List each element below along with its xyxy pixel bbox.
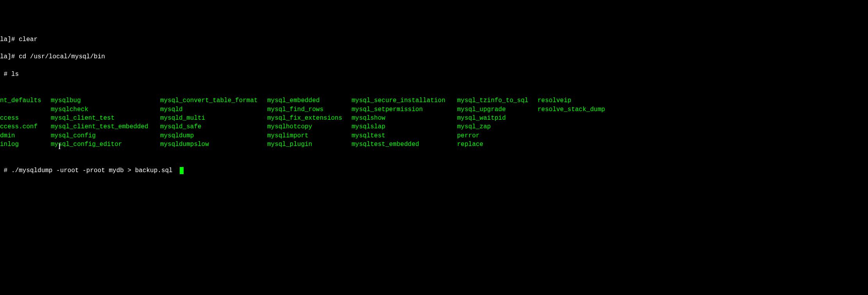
ls-file: mysqlbug bbox=[51, 96, 160, 105]
ls-file: mysql_convert_table_format bbox=[160, 96, 267, 105]
ls-file: nt_defaults bbox=[0, 96, 51, 105]
ls-column-6: resolveip resolve_stack_dump bbox=[538, 96, 616, 149]
ls-file: mysql_fix_extensions bbox=[267, 114, 352, 122]
ls-file: mysqlshow bbox=[352, 114, 457, 122]
ls-output: nt_defaults ccess ccess.conf dmin inlog … bbox=[0, 96, 868, 149]
ls-file: mysql_find_rows bbox=[267, 105, 352, 114]
command-input-text[interactable]: ./mysqldump -uroot -proot mydb > backup.… bbox=[11, 167, 173, 174]
ls-file: mysqldump bbox=[160, 131, 267, 140]
prompt: la]# bbox=[0, 53, 19, 60]
ls-file bbox=[0, 105, 51, 114]
ls-file: mysql_tzinfo_to_sql bbox=[457, 96, 538, 105]
prompt: # bbox=[0, 71, 11, 78]
ls-file: resolve_stack_dump bbox=[538, 105, 616, 114]
ls-column-1: mysqlbug mysqlcheck mysql_client_test my… bbox=[51, 96, 160, 149]
ls-file: mysqlhotcopy bbox=[267, 122, 352, 131]
prompt: # bbox=[0, 167, 11, 174]
ls-file bbox=[538, 140, 616, 149]
ls-file: mysqldumpslow bbox=[160, 140, 267, 149]
ls-file: mysql_config_editor bbox=[51, 140, 160, 149]
ls-column-0: nt_defaults ccess ccess.conf dmin inlog bbox=[0, 96, 51, 149]
command-text: cd /usr/local/mysql/bin bbox=[19, 53, 105, 60]
ls-file bbox=[538, 131, 616, 140]
ls-file: inlog bbox=[0, 140, 51, 149]
prompt: la]# bbox=[0, 36, 19, 43]
ls-file: mysqld_multi bbox=[160, 114, 267, 122]
ls-column-2: mysql_convert_table_format mysqld mysqld… bbox=[160, 96, 267, 149]
command-text: clear bbox=[19, 36, 38, 43]
terminal-line-3: # ls bbox=[0, 70, 868, 79]
terminal-cursor-icon bbox=[180, 167, 184, 174]
terminal-line-2: la]# cd /usr/local/mysql/bin bbox=[0, 52, 868, 61]
ls-file: ccess.conf bbox=[0, 122, 51, 131]
ls-file: mysql_setpermission bbox=[352, 105, 457, 114]
ls-file: mysqlcheck bbox=[51, 105, 160, 114]
ls-file: mysql_client_test_embedded bbox=[51, 122, 160, 131]
ls-file: mysqlslap bbox=[352, 122, 457, 131]
ls-file: mysql_zap bbox=[457, 122, 538, 131]
ls-column-5: mysql_tzinfo_to_sql mysql_upgrade mysql_… bbox=[457, 96, 538, 149]
ls-file: replace bbox=[457, 140, 538, 149]
ls-file: ccess bbox=[0, 114, 51, 122]
command-text: ls bbox=[11, 71, 19, 78]
ls-file: mysql_client_test bbox=[51, 114, 160, 122]
ls-column-3: mysql_embedded mysql_find_rows mysql_fix… bbox=[267, 96, 352, 149]
ls-file: mysqlimport bbox=[267, 131, 352, 140]
ls-file bbox=[538, 114, 616, 122]
ls-file: mysqld_safe bbox=[160, 122, 267, 131]
terminal-line-1: la]# clear bbox=[0, 35, 868, 44]
ls-file: mysql_plugin bbox=[267, 140, 352, 149]
ls-file: mysqltest bbox=[352, 131, 457, 140]
ls-file: dmin bbox=[0, 131, 51, 140]
ls-file: mysql_embedded bbox=[267, 96, 352, 105]
ls-file: mysql_upgrade bbox=[457, 105, 538, 114]
ls-file: perror bbox=[457, 131, 538, 140]
ls-column-4: mysql_secure_installation mysql_setpermi… bbox=[352, 96, 457, 149]
ls-file: resolveip bbox=[538, 96, 616, 105]
ls-file: mysql_waitpid bbox=[457, 114, 538, 122]
ls-file: mysql_secure_installation bbox=[352, 96, 457, 105]
ls-file: mysqld bbox=[160, 105, 267, 114]
ls-file bbox=[538, 122, 616, 131]
ls-file: mysql_config bbox=[51, 131, 160, 140]
terminal-current-line[interactable]: # ./mysqldump -uroot -proot mydb > backu… bbox=[0, 166, 868, 175]
ls-file: mysqltest_embedded bbox=[352, 140, 457, 149]
